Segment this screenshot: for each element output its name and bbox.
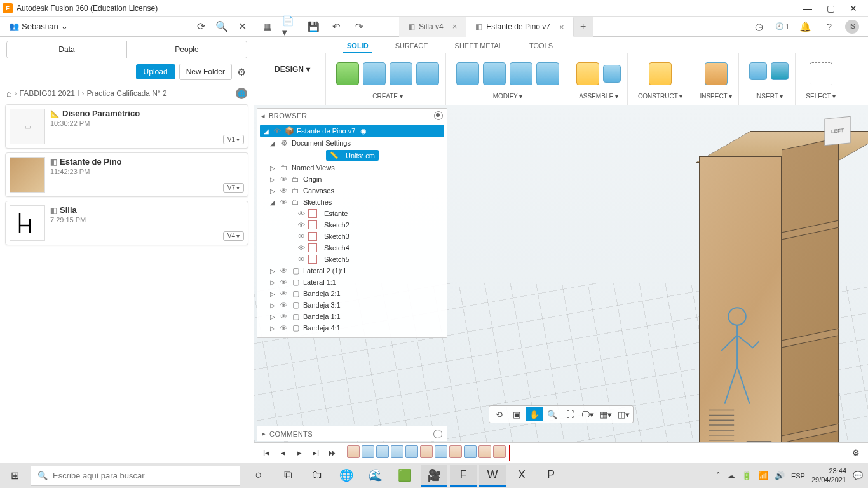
tab-silla[interactable]: ◧ Silla v4 ×	[399, 17, 466, 37]
new-folder-button[interactable]: New Folder	[179, 64, 232, 80]
upload-button[interactable]: Upload	[136, 64, 175, 79]
pin-toggle[interactable]	[434, 111, 443, 120]
tree-item[interactable]: ◢⚙Document Settings	[260, 137, 444, 149]
grid-icon[interactable]: ▦	[259, 18, 276, 35]
tree-root[interactable]: ◢ 👁 📦 Estante de Pino v7 ◉	[260, 125, 444, 137]
tree-item[interactable]: 👁 Sketch3	[260, 231, 444, 242]
tree-item[interactable]: ▷👁🗀Origin	[260, 173, 444, 185]
tree-item[interactable]: 👁 Sketch4	[260, 242, 444, 254]
close-button[interactable]: ✕	[848, 3, 859, 14]
presspull-button[interactable]	[456, 62, 479, 85]
file-card[interactable]: ◧Silla 7:29:15 PM V4▾	[5, 201, 248, 245]
model-bookshelf[interactable]	[699, 131, 845, 442]
timeline-feature[interactable]	[493, 445, 506, 458]
tree-item[interactable]: ▷👁▢Bandeja 1:1	[260, 311, 444, 322]
measure-button[interactable]	[705, 62, 728, 85]
tree-item[interactable]: 👁 Sketch2	[260, 219, 444, 231]
globe-icon[interactable]: 🌐	[236, 88, 247, 99]
spotify-icon[interactable]: 🟩	[391, 465, 418, 487]
notifications-icon[interactable]: 💬	[853, 471, 863, 480]
timeline-end[interactable]: ⏭	[325, 446, 339, 460]
ribbon-tab-tools[interactable]: TOOLS	[526, 39, 557, 53]
timeline-play[interactable]: ▸	[292, 446, 306, 460]
fillet-button[interactable]	[483, 62, 506, 85]
select-button[interactable]	[810, 62, 832, 85]
timeline-feature[interactable]	[362, 445, 374, 458]
comments-panel[interactable]: ▸ COMMENTS	[257, 426, 447, 441]
language-indicator[interactable]: ESP	[791, 472, 805, 480]
tab-people[interactable]: People	[126, 41, 247, 58]
tree-item[interactable]: 👁 Sketch5	[260, 254, 444, 265]
undo-icon[interactable]: ↶	[328, 18, 344, 35]
display-button[interactable]: 🖵▾	[580, 407, 596, 421]
timeline-feature[interactable]	[449, 445, 462, 458]
grid-button[interactable]: ▦▾	[597, 407, 614, 421]
notifications-icon[interactable]: 🔔	[797, 18, 813, 35]
insert-button[interactable]	[749, 62, 767, 80]
chrome-icon[interactable]: 🌐	[333, 465, 360, 487]
timeline-feature[interactable]	[376, 445, 389, 458]
fusion-icon[interactable]: F	[450, 465, 477, 487]
version-badge[interactable]: V7▾	[223, 183, 244, 193]
search-icon[interactable]: 🔍	[213, 19, 231, 34]
eye-icon[interactable]: 👁	[273, 127, 281, 135]
version-badge[interactable]: V1▾	[223, 135, 244, 144]
powerpoint-icon[interactable]: P	[538, 465, 564, 487]
tree-item[interactable]: 👁 Estante	[260, 208, 444, 219]
taskview-icon[interactable]: ⧉	[275, 465, 301, 487]
radio-icon[interactable]: ◉	[360, 127, 367, 135]
start-button[interactable]: ⊞	[0, 463, 29, 488]
fit-button[interactable]: ⛶	[562, 407, 578, 421]
collapse-icon[interactable]: ◂	[261, 112, 265, 120]
file-card[interactable]: ▭ 📐Diseño Paramétrico 10:30:22 PM V1▾	[5, 104, 248, 149]
version-badge[interactable]: V4▾	[223, 231, 244, 241]
zoom-button[interactable]: 🔍	[544, 407, 560, 421]
timeline-settings[interactable]: ⚙	[849, 446, 863, 460]
timeline-feature[interactable]	[420, 445, 433, 458]
excel-icon[interactable]: X	[508, 465, 535, 487]
tree-item[interactable]: ▷👁🗀Canvases	[260, 185, 444, 196]
joint-button[interactable]	[603, 65, 621, 83]
tree-item[interactable]: ▷🗀Named Views	[260, 162, 444, 173]
user-avatar[interactable]: IS	[845, 20, 859, 34]
help-icon[interactable]: ?	[821, 18, 837, 35]
battery-icon[interactable]: 🔋	[742, 471, 752, 480]
viewcube-face[interactable]: LEFT	[824, 116, 850, 146]
ribbon-tab-solid[interactable]: SOLID	[343, 39, 372, 53]
crumb-2[interactable]: Practica Calificada N° 2	[87, 89, 167, 98]
close-icon[interactable]: ×	[559, 22, 564, 32]
orbit-button[interactable]: ⟲	[491, 407, 507, 421]
job-status[interactable]: 🕘 1	[775, 22, 789, 30]
timeline-feature[interactable]	[464, 445, 477, 458]
home-icon[interactable]: ⌂	[6, 88, 11, 98]
timeline-feature[interactable]	[391, 445, 403, 458]
viewport-button[interactable]: ◫▾	[615, 407, 632, 421]
workspace-dropdown[interactable]: DESIGN ▾	[266, 56, 319, 83]
component-button[interactable]	[576, 62, 599, 85]
tree-item[interactable]: ▷👁▢Bandeja 4:1	[260, 322, 444, 334]
canvas[interactable]: ◂ BROWSER ◢ 👁 📦 Estante de Pino v7 ◉ ◢⚙D…	[254, 105, 868, 442]
timeline-prev[interactable]: ◂	[276, 446, 290, 460]
redo-icon[interactable]: ↷	[351, 18, 367, 35]
tree-item-units[interactable]: 📏 Units: cm	[326, 150, 379, 161]
zoom-icon[interactable]: 🎥	[421, 465, 447, 487]
tree-item[interactable]: ◢👁🗀Sketches	[260, 196, 444, 208]
expand-icon[interactable]: ▸	[262, 430, 266, 438]
combine-button[interactable]	[536, 62, 559, 85]
timeline-feature[interactable]	[405, 445, 418, 458]
search-box[interactable]: 🔍 Escribe aquí para buscar	[31, 466, 240, 486]
gear-icon[interactable]: ⚙	[236, 66, 247, 78]
clock[interactable]: 23:44 29/04/2021	[811, 467, 846, 484]
timeline-feature[interactable]	[478, 445, 491, 458]
hole-button[interactable]	[416, 62, 439, 85]
decal-button[interactable]	[771, 62, 789, 80]
sketch-button[interactable]	[336, 62, 359, 85]
revolve-button[interactable]	[390, 62, 412, 85]
ribbon-tab-sheetmetal[interactable]: SHEET METAL	[451, 39, 506, 53]
edge-icon[interactable]: 🌊	[362, 465, 389, 487]
tray-expand-icon[interactable]: ˄	[716, 471, 721, 480]
tree-item[interactable]: ▷👁▢Bandeja 2:1	[260, 288, 444, 299]
extrude-button[interactable]	[363, 62, 386, 85]
refresh-icon[interactable]: ⟳	[194, 19, 208, 34]
timeline-next[interactable]: ▸I	[309, 446, 323, 460]
